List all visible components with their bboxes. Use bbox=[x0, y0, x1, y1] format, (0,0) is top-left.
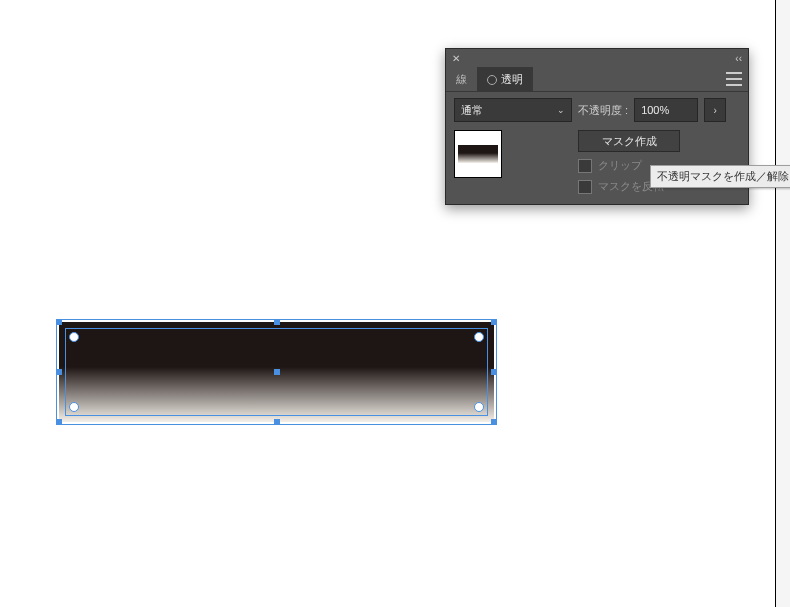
transparency-icon bbox=[487, 75, 497, 85]
opacity-value: 100% bbox=[641, 104, 669, 116]
collapse-icon[interactable]: ‹‹ bbox=[735, 53, 742, 64]
blend-mode-select[interactable]: 通常 ⌄ bbox=[454, 98, 572, 122]
panel-menu-icon[interactable] bbox=[726, 72, 742, 86]
blend-mode-value: 通常 bbox=[461, 103, 483, 118]
object-thumbnail[interactable] bbox=[454, 130, 502, 178]
opacity-step-button[interactable]: › bbox=[704, 98, 726, 122]
invert-mask-checkbox[interactable] bbox=[578, 180, 592, 194]
tooltip: 不透明マスクを作成／解除 bbox=[650, 165, 790, 188]
thumbnail-preview bbox=[458, 145, 498, 163]
tab-transparency-label: 透明 bbox=[501, 73, 523, 85]
blend-opacity-row: 通常 ⌄ 不透明度 : 100% › bbox=[454, 98, 740, 122]
panel-titlebar[interactable]: ✕ ‹‹ bbox=[446, 49, 748, 67]
clip-checkbox-label: クリップ bbox=[598, 158, 642, 173]
selected-artwork[interactable] bbox=[59, 322, 494, 422]
tab-stroke[interactable]: 線 bbox=[446, 67, 477, 91]
tab-stroke-label: 線 bbox=[456, 73, 467, 85]
make-mask-button-label: マスク作成 bbox=[602, 134, 657, 149]
opacity-label: 不透明度 : bbox=[578, 103, 628, 118]
tooltip-text: 不透明マスクを作成／解除 bbox=[657, 170, 789, 182]
opacity-input[interactable]: 100% bbox=[634, 98, 698, 122]
clip-checkbox[interactable] bbox=[578, 159, 592, 173]
tab-transparency[interactable]: 透明 bbox=[477, 67, 533, 91]
make-mask-button[interactable]: マスク作成 bbox=[578, 130, 680, 152]
panel-tabs: 線 透明 bbox=[446, 67, 748, 92]
chevron-down-icon: ⌄ bbox=[557, 105, 565, 115]
gradient-rect[interactable] bbox=[59, 322, 494, 422]
close-icon[interactable]: ✕ bbox=[452, 53, 460, 64]
